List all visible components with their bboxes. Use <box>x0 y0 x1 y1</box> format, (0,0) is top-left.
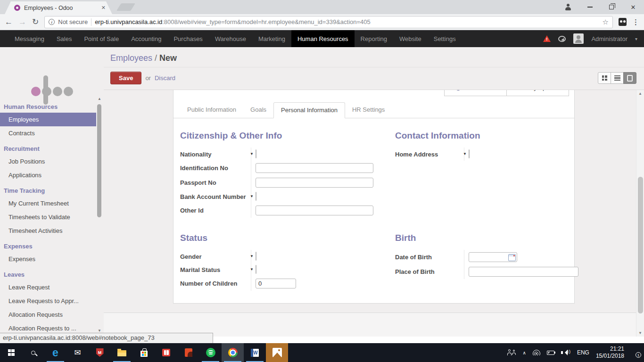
mcafee-icon[interactable]: M <box>89 343 111 362</box>
timesheets-stat-button[interactable]: Timesheets <box>444 90 507 96</box>
chat-icon[interactable] <box>558 36 566 42</box>
user-name[interactable]: Administrator <box>591 35 627 42</box>
sidebar-item-allocation-requests[interactable]: Allocation Requests <box>0 308 104 321</box>
battery-icon[interactable] <box>547 351 554 355</box>
chrome-icon[interactable] <box>222 343 244 362</box>
field-label-nationality: Nationality <box>180 151 251 158</box>
sidebar-item-leave-request[interactable]: Leave Request <box>0 280 104 294</box>
sidebar-item-job-positions[interactable]: Job Positions <box>0 155 104 168</box>
action-center-icon[interactable]: 1 <box>631 349 639 356</box>
nav-purchases[interactable]: Purchases <box>167 30 208 47</box>
search-icon[interactable] <box>22 343 44 362</box>
sidebar-scrollbar[interactable]: ▲ ▼ <box>97 97 102 333</box>
volume-icon[interactable]: )) <box>561 350 570 355</box>
home-address-select[interactable]: ▼ <box>469 149 470 158</box>
nav-human-resources[interactable]: Human Resources <box>291 30 355 47</box>
wifi-icon[interactable] <box>533 350 540 355</box>
books-app-icon[interactable] <box>155 343 177 362</box>
window-restore-button[interactable] <box>601 0 622 14</box>
back-button[interactable]: ← <box>5 18 13 26</box>
browser-profile-icon[interactable] <box>557 0 579 14</box>
sidebar-item-my-current-timesheet[interactable]: My Current Timesheet <box>0 197 104 210</box>
nav-messaging[interactable]: Messaging <box>8 30 50 47</box>
tab-close-icon[interactable]: ✕ <box>101 5 106 11</box>
sidebar-item-timesheet-activities[interactable]: Timesheet Activities <box>0 224 104 238</box>
discard-link[interactable]: Discard <box>155 74 175 82</box>
breadcrumb-employees[interactable]: Employees <box>110 53 152 63</box>
dropdown-caret-icon: ▼ <box>463 152 467 156</box>
sidebar-section-expenses: Expenses <box>0 238 104 252</box>
scroll-down-icon[interactable]: ▼ <box>97 329 102 333</box>
url-text: erp-ti.univpancasila.ac.id:8008/web#view… <box>95 18 371 25</box>
dropdown-caret-icon: ▼ <box>250 152 254 156</box>
sidebar-item-leave-requests-to-approve[interactable]: Leave Requests to Appr... <box>0 294 104 308</box>
passport-no-input[interactable] <box>256 178 373 188</box>
warning-icon[interactable] <box>543 35 551 42</box>
tab-goals[interactable]: Goals <box>243 102 273 118</box>
tab-public-information[interactable]: Public Information <box>180 102 243 118</box>
language-indicator[interactable]: ENG <box>577 349 589 356</box>
start-button[interactable] <box>0 343 22 362</box>
bank-account-number-select[interactable]: ▼ <box>256 192 256 201</box>
nav-settings[interactable]: Settings <box>428 30 462 47</box>
red-app-icon[interactable] <box>177 343 199 362</box>
scroll-down-icon[interactable]: ▼ <box>636 331 644 335</box>
tab-hr-settings[interactable]: HR Settings <box>345 102 392 118</box>
nav-point-of-sale[interactable]: Point of Sale <box>78 30 125 47</box>
browser-tab[interactable]: Employees - Odoo ✕ <box>5 1 112 14</box>
store-icon[interactable] <box>133 343 155 362</box>
nav-website[interactable]: Website <box>393 30 428 47</box>
mail-icon[interactable]: ✉ <box>66 343 89 362</box>
nav-accounting[interactable]: Accounting <box>125 30 167 47</box>
nav-warehouse[interactable]: Warehouse <box>209 30 252 47</box>
sidebar-item-employees[interactable]: Employees <box>0 113 96 126</box>
forward-button[interactable]: → <box>18 18 26 26</box>
sidebar-scroll-thumb[interactable] <box>97 104 101 217</box>
page-scrollbar[interactable]: ▲ ▼ <box>636 90 644 337</box>
page-scroll-thumb[interactable] <box>638 177 643 313</box>
spotify-icon[interactable] <box>199 343 222 362</box>
address-bar[interactable]: i Not secure erp-ti.univpancasila.ac.id:… <box>44 16 613 28</box>
browser-menu-icon[interactable]: ⋮ <box>632 18 639 26</box>
photos-icon[interactable] <box>266 343 288 362</box>
nav-reporting[interactable]: Reporting <box>355 30 393 47</box>
window-minimize-button[interactable] <box>579 0 601 14</box>
identification-no-input[interactable] <box>256 163 373 173</box>
people-tray-icon[interactable] <box>507 349 516 356</box>
form-view-button[interactable] <box>623 72 636 84</box>
tray-expand-icon[interactable]: ∧ <box>523 350 526 355</box>
bookmark-star-icon[interactable]: ☆ <box>603 18 609 26</box>
sidebar-item-contracts[interactable]: Contracts <box>0 126 104 140</box>
scroll-up-icon[interactable]: ▲ <box>97 97 102 101</box>
sidebar-item-timesheets-to-validate[interactable]: Timesheets to Validate <box>0 210 104 224</box>
window-close-button[interactable]: ✕ <box>622 0 644 14</box>
clock[interactable]: 21:21 15/01/2018 <box>596 346 624 360</box>
payslips-stat-button[interactable]: Payslips <box>506 90 569 96</box>
kanban-view-button[interactable] <box>598 72 611 84</box>
list-view-button[interactable] <box>611 72 624 84</box>
nav-sales[interactable]: Sales <box>50 30 78 47</box>
sidebar-item-applications[interactable]: Applications <box>0 168 104 182</box>
place-of-birth-input[interactable] <box>469 267 578 277</box>
word-icon[interactable]: W <box>244 343 266 362</box>
file-explorer-icon[interactable] <box>111 343 133 362</box>
nationality-select[interactable]: ▼ <box>256 149 256 158</box>
user-avatar[interactable] <box>573 33 584 44</box>
calendar-icon[interactable] <box>508 254 516 261</box>
extension-icon[interactable] <box>619 18 627 26</box>
page-info-icon[interactable]: i <box>49 19 55 25</box>
gender-select[interactable]: ▼ <box>256 252 256 261</box>
new-tab-button[interactable] <box>116 3 135 11</box>
tab-personal-information[interactable]: Personal Information <box>273 102 345 118</box>
edge-icon[interactable]: e <box>44 343 66 362</box>
other-id-input[interactable] <box>256 206 373 215</box>
scroll-up-icon[interactable]: ▲ <box>636 91 644 96</box>
save-button[interactable]: Save <box>110 72 141 84</box>
user-menu-caret-icon[interactable]: ▾ <box>635 36 637 41</box>
sidebar-item-expenses[interactable]: Expenses <box>0 252 104 266</box>
number-of-children-input[interactable] <box>256 279 296 288</box>
reload-button[interactable]: ↻ <box>32 18 39 26</box>
marital-status-select[interactable]: ▼ <box>256 265 256 274</box>
nav-marketing[interactable]: Marketing <box>252 30 291 47</box>
section-title-status: Status <box>180 233 373 243</box>
